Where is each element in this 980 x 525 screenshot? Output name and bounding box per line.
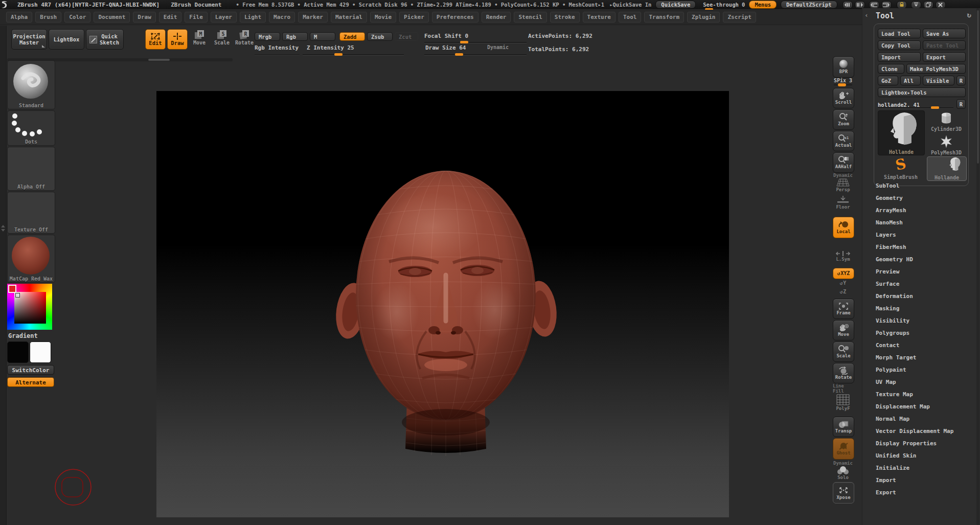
floor-button[interactable]: Floor [833,195,853,210]
z-intensity-slider[interactable] [303,54,404,56]
menu-item[interactable]: Movie [370,12,396,22]
rotate-button[interactable]: R Rotate [235,30,254,48]
switch-color-button[interactable]: SwitchColor [7,365,54,375]
tool-section-row[interactable]: FiberMesh [862,241,980,254]
menus-button[interactable]: Menus [749,1,777,9]
mrgb-button[interactable]: Mrgb [255,32,280,41]
goz-all-button[interactable]: All [900,76,921,85]
z-intensity-thumb[interactable] [334,53,343,56]
rail-collapse-handle[interactable] [1,225,5,232]
menu-item[interactable]: File [185,12,208,22]
solo-button[interactable]: Dynamic Solo [833,461,853,480]
ghost-button[interactable]: Ghost [833,438,854,460]
menu-item[interactable]: Edit [159,12,182,22]
tool-section-row[interactable]: Deformation [862,290,980,303]
shelf-scale-button[interactable]: Scale [833,341,854,362]
paste-tool-button[interactable]: Paste Tool [923,40,966,50]
draw-size-slider[interactable] [424,54,527,56]
copy-tool-button[interactable]: Copy Tool [878,40,921,50]
menu-item[interactable]: Picker [399,12,429,22]
current-stroke-dots[interactable]: Dots [7,110,55,146]
scale-button[interactable]: S Scale [213,30,231,48]
show-right-tray-icon[interactable] [881,1,892,9]
m-button[interactable]: M [310,32,335,41]
menu-item[interactable]: Document [94,12,130,22]
zsub-button[interactable]: Zsub [367,32,393,41]
tool-section-row[interactable]: Contact [862,339,980,352]
draw-button[interactable]: Draw [167,29,188,50]
frame-button[interactable]: Frame [833,299,854,319]
bpr-button[interactable]: BPR [833,56,854,78]
tool-section-row[interactable]: Preview [862,266,980,278]
tool-section-row[interactable]: NanoMesh [862,217,980,229]
tool-section-row[interactable]: Display Properties [862,438,980,450]
tool-section-row[interactable]: UV Map [862,376,980,389]
menu-item[interactable]: Transform [644,12,684,22]
panel-refresh-icon[interactable]: ↻ [967,11,971,19]
zoom-button[interactable]: Zoom [833,109,854,130]
lightbox-button[interactable]: LightBox [49,29,84,50]
clone-button[interactable]: Clone [878,64,904,74]
tool-thumbnail-polymesh3d[interactable]: PolyMesh3D [927,134,966,155]
goz-button[interactable]: GoZ [878,76,898,85]
focal-shift-slider[interactable] [424,42,527,43]
aahalf-button[interactable]: AAHalf [833,152,854,173]
tool-section-row[interactable]: Initialize [862,462,980,474]
tool-section-row[interactable]: Import [862,474,980,487]
draw-size-thumb[interactable] [455,53,463,56]
menu-item[interactable]: Zplugin [687,12,720,22]
xyz-button[interactable]: ↺ XYZ [833,268,854,279]
sculpt-head-model[interactable] [156,91,729,517]
tool-section-row[interactable]: Displacement Map [862,401,980,413]
tool-section-row[interactable]: Surface [862,278,980,290]
persp-button[interactable]: Dynamic Persp [833,173,853,192]
tool-name-thumb[interactable] [931,106,939,109]
quicksave-button[interactable]: QuickSave [655,1,696,9]
current-brush-standard[interactable]: Standard [7,60,55,109]
hide-right-tray-icon[interactable] [869,1,879,9]
left-divider-rail[interactable] [0,26,7,525]
menu-item[interactable]: Color [64,12,90,22]
local-button[interactable]: Local [833,217,854,238]
tool-section-row[interactable]: ArrayMesh [862,204,980,217]
projection-master-button[interactable]: Projection Master [11,29,47,50]
menu-item[interactable]: Texture [583,12,616,22]
document-canvas[interactable] [156,91,729,517]
rgb-intensity-slider[interactable] [255,54,300,56]
scroll-button[interactable]: Scroll [833,88,854,108]
menu-item[interactable]: Light [240,12,266,22]
default-zscript-button[interactable]: DefaultZScript [781,1,837,9]
menu-item[interactable]: Tool [619,12,642,22]
tool-section-row[interactable]: Masking [862,303,980,315]
goz-visible-button[interactable]: Visible [923,76,954,85]
current-texture-off[interactable]: Texture Off [7,192,55,234]
gradient-label[interactable]: Gradient [8,332,38,339]
tool-section-row[interactable]: Vector Displacement Map [862,425,980,438]
tool-section-row[interactable]: Polygroups [862,327,980,339]
xpose-button[interactable]: Xpose [833,482,854,504]
show-left-tray-icon[interactable] [855,1,865,9]
lsym-button[interactable]: L.Sym [833,250,853,262]
restore-icon[interactable] [923,1,933,9]
menu-item[interactable]: Alpha [6,12,32,22]
tool-section-row[interactable]: Normal Map [862,413,980,425]
hide-left-tray-icon[interactable] [842,1,853,9]
tool-section-row[interactable]: Geometry HD [862,254,980,266]
see-through-slider[interactable]: See-through 0 [703,2,745,8]
import-button[interactable]: Import [878,52,921,62]
menu-item[interactable]: Stroke [550,12,580,22]
panel-scrollbar[interactable] [976,8,979,525]
tool-name-slider[interactable]: hollande2. 41 [878,99,953,108]
tool-thumbnail-simplebrush[interactable]: S SimpleBrush [878,156,924,180]
polyf-button[interactable]: Line Fill PolyF [833,383,853,411]
tool-section-row[interactable]: Layers [862,229,980,241]
shelf-move-button[interactable]: Move [833,320,854,340]
panel-collapse-icon[interactable]: ‹ [864,11,869,19]
edit-button[interactable]: Edit [145,29,166,50]
rgb-button[interactable]: Rgb [282,32,308,41]
quick-sketch-button[interactable]: Quick Sketch [86,29,124,50]
dynamic-label[interactable]: Dynamic [487,44,509,50]
menu-item[interactable]: Stencil [514,12,546,22]
close-icon[interactable] [936,1,946,9]
active-tool-thumbnail[interactable]: Hollande [878,110,925,155]
